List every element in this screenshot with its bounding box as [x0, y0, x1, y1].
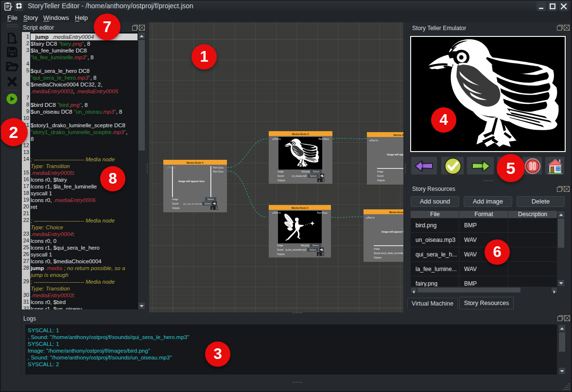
svg-text:Select: Select	[313, 170, 320, 173]
svg-text:Media Node 5: Media Node 5	[292, 206, 309, 209]
svg-text:Select: Select	[312, 244, 319, 247]
svg-text:Select: Select	[208, 198, 214, 201]
svg-text:Outputs: Outputs	[377, 179, 385, 182]
svg-text:Outputs: Outputs	[277, 253, 285, 256]
svg-text:qui_sera_le_hero.mp3: qui_sera_le_hero.mp3	[183, 203, 204, 205]
svg-text:◂ Port In: ◂ Port In	[167, 167, 175, 169]
svg-text:Sound story1_drako_luminelle_: Sound story1_drako_luminelle_sceptre.r	[374, 252, 403, 255]
svg-text:Image will appear: Image will appear	[387, 153, 403, 156]
svg-text:Media Node 3: Media Node 3	[292, 133, 309, 136]
svg-text:Select: Select	[310, 249, 316, 251]
svg-text:Image: Image	[374, 248, 380, 250]
svg-text:Port Out ▸: Port Out ▸	[317, 212, 328, 214]
svg-text:Outputs: Outputs	[172, 207, 180, 209]
svg-text:◂ Port In: ◂ Port In	[272, 212, 281, 214]
svg-text:Outputs: Outputs	[374, 256, 382, 259]
svg-text:Image: Image	[377, 170, 383, 173]
svg-text:Image: Image	[277, 244, 283, 247]
svg-text:Media Node: Media Node	[394, 134, 403, 136]
svg-text:Port Out ▸: Port Out ▸	[213, 167, 224, 169]
svg-text:Image will appear here: Image will appear here	[178, 180, 205, 183]
svg-text:Port Out ▸: Port Out ▸	[318, 138, 329, 140]
svg-text:Media Node 6: Media Node 6	[389, 211, 403, 214]
svg-text:◂ Port In: ◂ Port In	[366, 217, 375, 219]
svg-text:Image: Image	[277, 170, 284, 173]
svg-text:Media Node 4: Media Node 4	[187, 161, 204, 164]
svg-text:la_fee_luminelle.mp3: la_fee_luminelle.mp3	[285, 249, 306, 251]
svg-text:un_oiseau.mp3: un_oiseau.mp3	[292, 175, 307, 177]
svg-text:Image will appear here: Image will appear here	[381, 230, 403, 233]
svg-text:Select: Select	[310, 175, 317, 177]
svg-text:Sound: Sound	[172, 203, 179, 205]
svg-text:Sound: Sound	[277, 249, 284, 251]
svg-text:Sound: Sound	[377, 175, 384, 177]
svg-text:Port Out ▸: Port Out ▸	[213, 170, 224, 173]
svg-text:◂ Port In: ◂ Port In	[272, 138, 281, 140]
svg-text:Sound: Sound	[277, 175, 284, 177]
svg-text:Outputs: Outputs	[277, 179, 286, 182]
svg-text:fairy.png: fairy.png	[301, 244, 309, 247]
svg-text:bird.png: bird.png	[302, 170, 310, 173]
svg-text:Image: Image	[172, 198, 178, 201]
svg-text:◂ Port In: ◂ Port In	[369, 139, 378, 142]
svg-text:Select: Select	[205, 203, 211, 205]
